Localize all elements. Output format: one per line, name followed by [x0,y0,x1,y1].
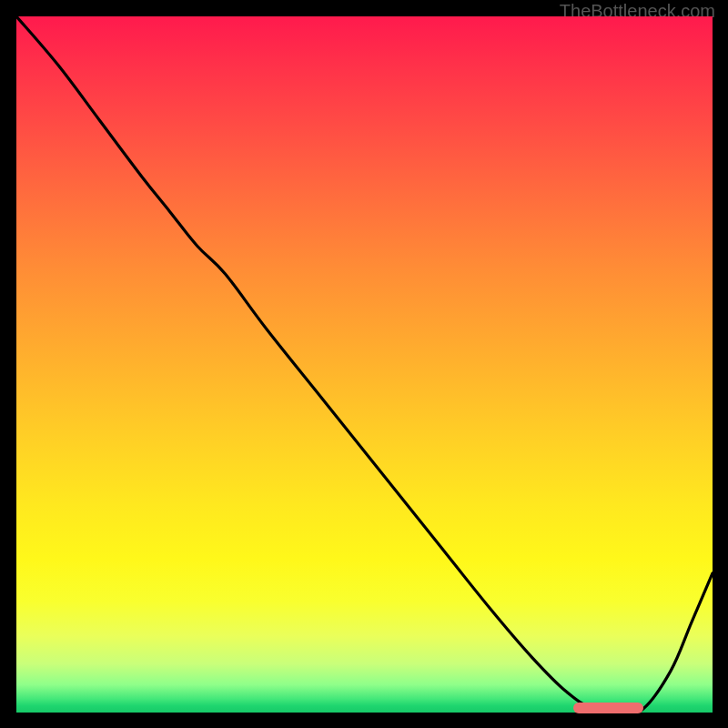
optimal-range-marker [573,703,643,713]
curve-svg [16,16,713,713]
plot-area [16,16,713,713]
chart-container: TheBottleneck.com [0,0,728,728]
bottleneck-curve [16,16,713,713]
